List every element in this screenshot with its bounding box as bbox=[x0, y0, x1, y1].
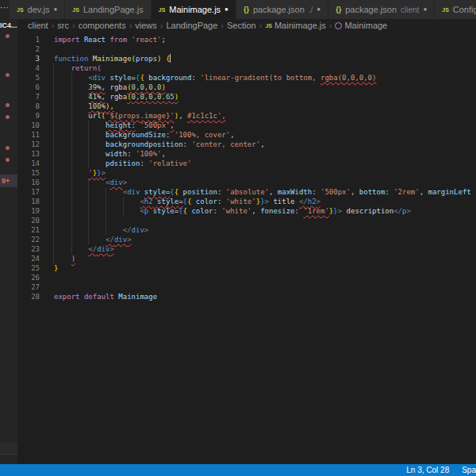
dirty-indicator-icon[interactable]: ● bbox=[225, 6, 228, 13]
code-line[interactable]: 6 39%, rgba(0,0,0,0) bbox=[17, 83, 476, 92]
line-number[interactable]: 7 bbox=[17, 92, 40, 102]
tab-package.json[interactable]: {}package.json./● bbox=[236, 0, 328, 19]
dirty-indicator-icon[interactable]: ● bbox=[53, 6, 57, 13]
code-line[interactable]: 25} bbox=[17, 263, 476, 273]
code-editor[interactable]: 1import React from 'react';23function Ma… bbox=[17, 32, 476, 464]
line-number[interactable]: 2 bbox=[17, 44, 40, 54]
line-number[interactable]: 21 bbox=[17, 225, 40, 235]
code-line[interactable]: 4 return( bbox=[17, 63, 476, 73]
code-line[interactable]: 11 backgroundSize: '100%, cover', bbox=[17, 130, 476, 140]
explorer-row[interactable] bbox=[0, 443, 17, 453]
statusbar-item[interactable]: Spa bbox=[462, 466, 476, 474]
code-area[interactable]: 1import React from 'react';23function Ma… bbox=[17, 35, 476, 301]
code-token bbox=[54, 121, 106, 129]
tab-Mainimage.js[interactable]: JSMainimage.js● bbox=[152, 0, 236, 19]
code-token: 'relative' bbox=[148, 159, 191, 167]
code-line[interactable]: 5 <div style={{ background: 'linear-grad… bbox=[17, 73, 476, 83]
code-line-content: 41%, rgba(0,0,0,0.65) bbox=[54, 92, 178, 102]
code-token: 'react' bbox=[132, 36, 162, 44]
code-line[interactable]: 8 100%), bbox=[17, 102, 476, 111]
code-line[interactable]: 1import React from 'react'; bbox=[17, 35, 476, 44]
line-number[interactable]: 9 bbox=[17, 111, 40, 121]
code-line[interactable]: 24 ) bbox=[17, 254, 476, 263]
chevron-right-icon: › bbox=[221, 21, 224, 30]
javascript-file-icon: JS bbox=[17, 7, 24, 13]
code-line[interactable]: 7 41%, rgba(0,0,0,0.65) bbox=[17, 92, 476, 102]
tab-LandingPage.js[interactable]: JSLandingPage.js bbox=[65, 0, 150, 19]
tab-Config.js[interactable]: JSConfig.js● bbox=[435, 0, 476, 19]
tab-overflow-button[interactable]: ⋯ bbox=[0, 0, 10, 19]
line-number[interactable]: 24 bbox=[17, 254, 40, 263]
code-line[interactable]: 3function Mainimage(props) { bbox=[17, 54, 476, 63]
code-line[interactable]: 18 <h2 style={{ color: 'white'}}> title … bbox=[17, 197, 476, 206]
breadcrumb-item-views[interactable]: views bbox=[135, 21, 157, 30]
line-number[interactable]: 26 bbox=[17, 273, 40, 282]
line-number[interactable]: 10 bbox=[17, 121, 40, 130]
line-number[interactable]: 19 bbox=[17, 206, 40, 216]
tab-package.json[interactable]: {}package.jsonclient● bbox=[328, 0, 434, 19]
breadcrumb-item-components[interactable]: components bbox=[79, 21, 126, 30]
code-line[interactable]: 26 bbox=[17, 273, 476, 282]
line-number[interactable]: 12 bbox=[17, 140, 40, 149]
code-line[interactable]: 9 url('${props.image}'), #1c1c1c', bbox=[17, 111, 476, 121]
line-number[interactable]: 18 bbox=[17, 197, 40, 206]
code-line[interactable]: 21 </div> bbox=[17, 225, 476, 235]
code-line[interactable]: 10 height: '500px', bbox=[17, 121, 476, 130]
breadcrumb-item-Mainimage.js[interactable]: JSMainimage.js bbox=[265, 21, 325, 30]
code-line[interactable]: 14 pdsition: 'relative' bbox=[17, 159, 476, 168]
line-number[interactable]: 16 bbox=[17, 178, 40, 187]
line-number[interactable]: 22 bbox=[17, 235, 40, 244]
code-line[interactable]: 17 <div style={{ position: 'absolute', m… bbox=[17, 187, 476, 197]
breadcrumb-item-client[interactable]: client bbox=[28, 21, 48, 30]
breadcrumb-item-Section[interactable]: Section bbox=[227, 21, 256, 30]
line-number[interactable]: 17 bbox=[17, 187, 40, 197]
code-token bbox=[54, 159, 106, 167]
code-token: pdsition bbox=[106, 159, 140, 167]
explorer-sidebar-sliver[interactable]: IC4... 9+ bbox=[0, 19, 17, 464]
breadcrumb-item-src[interactable]: src bbox=[57, 21, 69, 30]
code-line[interactable]: 12 backgroundposition: 'center, center', bbox=[17, 140, 476, 149]
code-line[interactable]: 16 <div> bbox=[17, 178, 476, 187]
code-line[interactable]: 22 </div> bbox=[17, 235, 476, 244]
line-number[interactable]: 13 bbox=[17, 149, 40, 159]
line-number[interactable]: 6 bbox=[17, 83, 40, 92]
code-line[interactable]: 23 </div> bbox=[17, 244, 476, 254]
line-number[interactable]: 23 bbox=[17, 244, 40, 254]
code-line[interactable]: 13 width: '100%', bbox=[17, 149, 476, 159]
code-line[interactable]: 19 <p style={{ color: 'white', fonesize:… bbox=[17, 206, 476, 216]
status-bar: Ln 3, Col 28Spa bbox=[0, 464, 476, 476]
line-number[interactable]: 4 bbox=[17, 63, 40, 73]
line-number[interactable]: 15 bbox=[17, 168, 40, 178]
line-number[interactable]: 27 bbox=[17, 282, 40, 292]
statusbar-item[interactable]: Ln 3, Col 28 bbox=[406, 466, 449, 474]
line-number[interactable]: 28 bbox=[17, 292, 40, 301]
line-number[interactable]: 3 bbox=[17, 54, 40, 63]
breadcrumb-item-LandingPage[interactable]: LandingPage bbox=[167, 21, 218, 30]
line-number[interactable]: 14 bbox=[17, 159, 40, 168]
line-number[interactable]: 11 bbox=[17, 130, 40, 140]
chevron-right-icon: › bbox=[129, 21, 132, 30]
line-number[interactable]: 1 bbox=[17, 35, 40, 44]
explorer-selected-row[interactable]: 9+ bbox=[0, 175, 17, 187]
error-dot-icon bbox=[6, 146, 10, 150]
breadcrumb-item-Mainimage[interactable]: Mainimage bbox=[335, 21, 387, 30]
code-token bbox=[54, 102, 88, 110]
line-number[interactable]: 20 bbox=[17, 216, 40, 225]
code-token bbox=[54, 207, 140, 215]
code-line[interactable]: 28export default Mainimage bbox=[17, 292, 476, 301]
explorer-header: IC4... bbox=[0, 21, 17, 29]
tab-dev.js[interactable]: JSdev.js● bbox=[10, 0, 64, 19]
dirty-indicator-icon[interactable]: ● bbox=[317, 6, 321, 13]
code-token: rgba bbox=[106, 83, 127, 91]
dirty-indicator-icon[interactable]: ● bbox=[423, 6, 427, 13]
code-line[interactable]: 15 '}}> bbox=[17, 168, 476, 178]
code-line[interactable]: 2 bbox=[17, 44, 476, 54]
symbol-class-icon bbox=[335, 22, 342, 29]
code-line[interactable]: 20 bbox=[17, 216, 476, 225]
error-squiggle-text: 0,0,0,0.65 bbox=[132, 93, 175, 101]
code-token bbox=[54, 245, 88, 253]
line-number[interactable]: 5 bbox=[17, 73, 40, 83]
code-line[interactable]: 27 bbox=[17, 282, 476, 292]
line-number[interactable]: 8 bbox=[17, 102, 40, 111]
line-number[interactable]: 25 bbox=[17, 263, 40, 273]
